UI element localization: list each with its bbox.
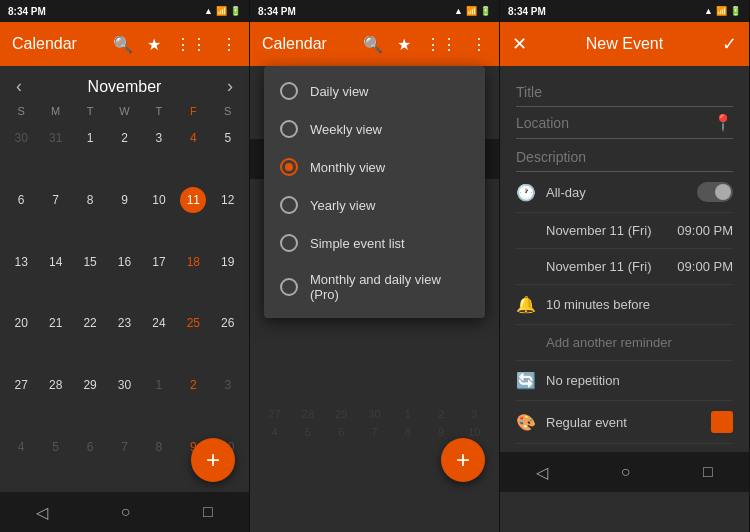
signal-icon: 📶 [216, 6, 227, 16]
close-icon[interactable]: ✕ [512, 33, 527, 55]
new-event-bar: ✕ New Event ✓ [500, 22, 749, 66]
add-reminder-row[interactable]: Add another reminder [516, 325, 733, 361]
event-type-label: Regular event [546, 415, 701, 430]
allday-toggle[interactable] [697, 182, 733, 202]
back-button-1[interactable]: ◁ [36, 503, 48, 522]
status-time-2: 8:34 PM [258, 6, 296, 17]
back-button-3[interactable]: ◁ [536, 463, 548, 482]
table-row: 30 [4, 121, 38, 155]
repetition-row[interactable]: 🔄 No repetition [516, 361, 733, 401]
search-icon-2[interactable]: 🔍 [363, 35, 383, 54]
app-bar-icons-2: 🔍 ★ ⋮⋮ ⋮ [363, 35, 487, 54]
battery-icon: 🔋 [230, 6, 241, 16]
status-time-3: 8:34 PM [508, 6, 546, 17]
status-bar-2: 8:34 PM ▲ 📶 🔋 [250, 0, 499, 22]
start-time: 09:00 PM [677, 223, 733, 238]
view-dropdown[interactable]: Daily view Weekly view Monthly view Year… [264, 66, 485, 318]
status-icons-1: ▲ 📶 🔋 [204, 6, 241, 16]
day-header-s2: S [211, 103, 245, 119]
panel-calendar: 8:34 PM ▲ 📶 🔋 Calendar 🔍 ★ ⋮⋮ ⋮ ‹ Novemb… [0, 0, 250, 532]
wifi-icon-3: ▲ [704, 6, 713, 16]
recent-button-1[interactable]: □ [203, 503, 213, 521]
reminder-row[interactable]: 🔔 10 minutes before [516, 285, 733, 325]
status-icons-2: ▲ 📶 🔋 [454, 6, 491, 16]
status-bar-1: 8:34 PM ▲ 📶 🔋 [0, 0, 249, 22]
app-bar-1: Calendar 🔍 ★ ⋮⋮ ⋮ [0, 22, 249, 66]
dropdown-label-weekly: Weekly view [310, 122, 382, 137]
radio-pro [280, 278, 298, 296]
day-header-s1: S [4, 103, 38, 119]
add-reminder-label: Add another reminder [546, 335, 672, 350]
dropdown-item-monthly[interactable]: Monthly view [264, 148, 485, 186]
reminder-label: 10 minutes before [546, 297, 733, 312]
grid-icon-1[interactable]: ⋮⋮ [175, 35, 207, 54]
recent-button-3[interactable]: □ [703, 463, 713, 481]
dropdown-label-monthly: Monthly view [310, 160, 385, 175]
end-date: November 11 (Fri) [546, 259, 667, 274]
event-type-row[interactable]: 🎨 Regular event [516, 401, 733, 444]
day-header-m1: M [38, 103, 72, 119]
star-icon-2[interactable]: ★ [397, 35, 411, 54]
grid-icon-2[interactable]: ⋮⋮ [425, 35, 457, 54]
signal-icon-3: 📶 [716, 6, 727, 16]
app-bar-icons-1: 🔍 ★ ⋮⋮ ⋮ [113, 35, 237, 54]
color-swatch[interactable] [711, 411, 733, 433]
dropdown-item-pro[interactable]: Monthly and daily view (Pro) [264, 262, 485, 312]
day-header-f1: F [176, 103, 210, 119]
description-input[interactable] [516, 139, 733, 172]
day-header-t1: T [73, 103, 107, 119]
overflow-icon-2[interactable]: ⋮ [471, 35, 487, 54]
signal-icon-2: 📶 [466, 6, 477, 16]
dropdown-item-simple[interactable]: Simple event list [264, 224, 485, 262]
home-button-1[interactable]: ○ [121, 503, 131, 521]
location-pin-icon: 📍 [713, 113, 733, 132]
panel-dropdown: 8:34 PM ▲ 📶 🔋 Calendar 🔍 ★ ⋮⋮ ⋮ ‹ Novemb… [250, 0, 500, 532]
day-header-t2: T [142, 103, 176, 119]
dropdown-item-daily[interactable]: Daily view [264, 72, 485, 110]
repetition-label: No repetition [546, 373, 733, 388]
radio-simple [280, 234, 298, 252]
allday-row: 🕐 All-day [516, 172, 733, 213]
bottom-nav-1: ◁ ○ □ [0, 492, 249, 532]
app-bar-2: Calendar 🔍 ★ ⋮⋮ ⋮ [250, 22, 499, 66]
status-icons-3: ▲ 📶 🔋 [704, 6, 741, 16]
location-row: 📍 [516, 107, 733, 139]
next-month-1[interactable]: › [227, 76, 233, 97]
month-title-1: November [88, 78, 162, 96]
dropdown-item-weekly[interactable]: Weekly view [264, 110, 485, 148]
dropdown-label-pro: Monthly and daily view (Pro) [310, 272, 469, 302]
event-form: 📍 🕐 All-day November 11 (Fri) 09:00 PM N… [500, 66, 749, 452]
day-headers-1: S M T W T F S [0, 103, 249, 119]
panel-new-event: 8:34 PM ▲ 📶 🔋 ✕ New Event ✓ 📍 🕐 All-day … [500, 0, 750, 532]
end-time: 09:00 PM [677, 259, 733, 274]
fab-2[interactable]: + [441, 438, 485, 482]
start-date: November 11 (Fri) [546, 223, 667, 238]
radio-yearly [280, 196, 298, 214]
fab-1[interactable]: + [191, 438, 235, 482]
location-input[interactable] [516, 115, 713, 131]
status-time-1: 8:34 PM [8, 6, 46, 17]
overflow-icon-1[interactable]: ⋮ [221, 35, 237, 54]
search-icon-1[interactable]: 🔍 [113, 35, 133, 54]
home-button-3[interactable]: ○ [621, 463, 631, 481]
radio-daily [280, 82, 298, 100]
radio-weekly [280, 120, 298, 138]
event-type-icon: 🎨 [516, 413, 536, 432]
dropdown-label-simple: Simple event list [310, 236, 405, 251]
bottom-nav-3: ◁ ○ □ [500, 452, 749, 492]
check-icon[interactable]: ✓ [722, 33, 737, 55]
prev-month-1[interactable]: ‹ [16, 76, 22, 97]
calendar-grid-1: 30 31 1 2 3 4 5 6 7 8 9 10 11 12 13 14 1… [0, 121, 249, 492]
title-input[interactable] [516, 74, 733, 107]
bell-icon: 🔔 [516, 295, 536, 314]
start-datetime-row[interactable]: November 11 (Fri) 09:00 PM [516, 213, 733, 249]
radio-monthly [280, 158, 298, 176]
app-title-1: Calendar [12, 35, 77, 53]
calendar-nav-1: ‹ November › [0, 66, 249, 103]
dropdown-item-yearly[interactable]: Yearly view [264, 186, 485, 224]
wifi-icon-2: ▲ [454, 6, 463, 16]
status-bar-3: 8:34 PM ▲ 📶 🔋 [500, 0, 749, 22]
dropdown-label-yearly: Yearly view [310, 198, 375, 213]
end-datetime-row[interactable]: November 11 (Fri) 09:00 PM [516, 249, 733, 285]
star-icon-1[interactable]: ★ [147, 35, 161, 54]
